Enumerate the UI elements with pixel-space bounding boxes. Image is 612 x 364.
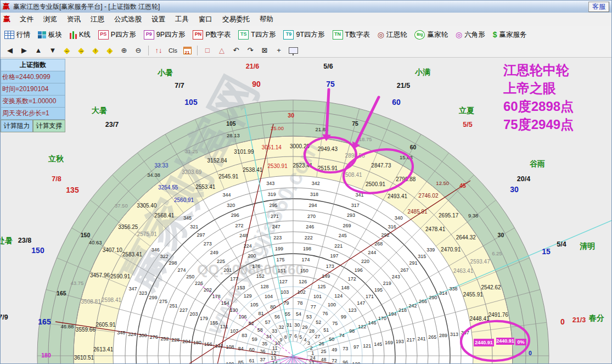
toolbar-button-winner-service[interactable]: $赢家服务 xyxy=(489,29,531,41)
svg-text:268: 268 xyxy=(374,241,383,247)
tool-draw-rect[interactable]: □ xyxy=(201,44,214,56)
tool-delete-box[interactable]: ⊠ xyxy=(258,44,271,56)
toolbar-button-t-table[interactable]: TNT数字表 xyxy=(329,29,374,41)
svg-text:200: 200 xyxy=(248,253,256,259)
svg-text:3254.55: 3254.55 xyxy=(158,184,178,191)
toolbar-button-p-square[interactable]: PSP四方形 xyxy=(94,29,140,41)
svg-text:276: 276 xyxy=(150,334,158,340)
svg-text:123: 123 xyxy=(348,307,356,313)
tool-pan-left[interactable]: ◆← xyxy=(60,44,74,56)
menu-item-0[interactable]: 文件 xyxy=(15,13,38,26)
menu-item-9[interactable]: 帮助 xyxy=(255,13,278,26)
svg-text:291: 291 xyxy=(409,260,417,266)
svg-text:28.13: 28.13 xyxy=(227,132,240,138)
menu-item-7[interactable]: 窗口 xyxy=(194,13,217,26)
svg-text:3203.69: 3203.69 xyxy=(182,169,202,175)
svg-text:2530.91: 2530.91 xyxy=(268,163,288,169)
tool-pan-up[interactable]: ◆↑ xyxy=(89,44,102,56)
svg-text:49: 49 xyxy=(332,347,337,352)
svg-text:5: 5 xyxy=(299,334,302,340)
gann-wheel-chart-area[interactable]: 赢家财富网www.yingjia360.comQQ:10086003601234… xyxy=(1,58,612,364)
panel-row-0: 价格=2440.9099 xyxy=(1,71,65,83)
panel-button-resistance[interactable]: 计算阻力 xyxy=(1,120,33,132)
svg-text:立秋: 立秋 xyxy=(48,154,64,163)
gann-wheel-icon: ◎ xyxy=(378,31,384,38)
tool-center-cross[interactable]: + xyxy=(272,44,285,56)
svg-text:251: 251 xyxy=(169,303,177,309)
toolbar-button-hexagon[interactable]: ◎六角形 xyxy=(452,29,489,41)
hexagon-label: 六角形 xyxy=(464,30,485,40)
quotes-label: 行情 xyxy=(16,30,30,40)
menu-item-6[interactable]: 工具 xyxy=(170,13,194,26)
toolbar-button-sectors[interactable]: 板块 xyxy=(34,29,66,41)
toolbar-button-t-square[interactable]: TST四方形 xyxy=(234,29,279,41)
toolbar-button-quotes[interactable]: 行情 xyxy=(1,29,34,41)
svg-text:344: 344 xyxy=(223,192,231,198)
tool-up[interactable]: ▲ xyxy=(32,44,45,56)
svg-text:296: 296 xyxy=(231,212,239,218)
svg-text:269: 269 xyxy=(343,223,351,228)
svg-text:75: 75 xyxy=(352,120,358,127)
tool-rotate-ccw[interactable]: ↶ xyxy=(229,44,243,56)
svg-text:春分: 春分 xyxy=(588,313,604,322)
toolbar-button-kline[interactable]: K线 xyxy=(66,29,94,41)
tool-prev[interactable]: ◀ xyxy=(3,44,16,56)
menu-item-3[interactable]: 江恩 xyxy=(86,13,109,26)
svg-text:299: 299 xyxy=(149,295,157,300)
9t-square-label: 9T四方形 xyxy=(296,30,324,40)
svg-text:3559.66: 3559.66 xyxy=(76,327,96,333)
svg-text:169: 169 xyxy=(385,340,393,345)
customer-service-button[interactable]: 客服 xyxy=(588,2,609,12)
svg-text:37: 37 xyxy=(260,357,265,362)
tool-rotate-cw[interactable]: ↷ xyxy=(244,44,257,56)
menu-item-8[interactable]: 交易委托 xyxy=(217,13,255,26)
toolbar-button-p-table[interactable]: PNP数字表 xyxy=(189,29,234,41)
svg-text:73: 73 xyxy=(343,346,348,351)
menu-item-5[interactable]: 设置 xyxy=(147,13,170,26)
tool-calendar[interactable]: 21 xyxy=(181,44,194,56)
svg-text:4: 4 xyxy=(304,337,306,343)
tool-draw-triangle[interactable]: △ xyxy=(215,44,228,56)
svg-text:34.38: 34.38 xyxy=(147,172,160,178)
panel-row-1: 时间=20190104 xyxy=(1,83,65,96)
svg-text:23: 23 xyxy=(308,360,314,364)
toolbar-button-9t-square[interactable]: T99T四方形 xyxy=(279,29,328,41)
9p-square-icon: P9 xyxy=(144,30,154,40)
svg-text:78: 78 xyxy=(297,300,303,306)
title-bar: 赢 赢家江恩专业版[赢家服务平台] - [上证指数 江恩轮] xyxy=(1,1,612,13)
panel-button-support[interactable]: 计算支撑 xyxy=(33,120,65,132)
toolbar-button-gann-wheel[interactable]: ◎江恩轮 xyxy=(374,29,411,41)
tool-pan-down[interactable]: ◆↓ xyxy=(103,44,116,56)
menu-item-1[interactable]: 浏览 xyxy=(38,13,62,26)
menu-item-4[interactable]: 公式选股 xyxy=(109,13,147,26)
svg-text:271: 271 xyxy=(271,214,279,219)
tool-down[interactable]: ▼ xyxy=(46,44,59,56)
tool-zoom-out[interactable]: ⊖ xyxy=(132,44,145,56)
tool-pan-right[interactable]: ◆→ xyxy=(75,44,88,56)
svg-text:178: 178 xyxy=(212,294,221,299)
menu-item-2[interactable]: 资讯 xyxy=(62,13,86,26)
svg-text:29: 29 xyxy=(302,324,307,330)
svg-text:101: 101 xyxy=(313,294,322,299)
toolbar-button-9p-square[interactable]: P99P四方形 xyxy=(140,29,189,41)
svg-text:247: 247 xyxy=(272,224,280,229)
svg-text:322: 322 xyxy=(160,254,169,259)
svg-text:174: 174 xyxy=(301,257,310,262)
svg-text:175: 175 xyxy=(277,257,285,262)
tool-zoom-in[interactable]: ⊕ xyxy=(117,44,131,56)
tool-presentation[interactable] xyxy=(287,44,300,56)
svg-text:249: 249 xyxy=(210,250,218,255)
svg-text:244: 244 xyxy=(368,250,376,255)
menu-logo-icon: 赢 xyxy=(3,14,10,24)
svg-text:76: 76 xyxy=(322,311,328,316)
svg-text:0: 0 xyxy=(529,350,532,356)
tool-updown-arrows[interactable]: ↑↓ xyxy=(152,44,165,56)
tool-cls[interactable]: Cls xyxy=(166,44,179,56)
svg-text:61: 61 xyxy=(249,358,255,363)
svg-text:297: 297 xyxy=(196,232,205,238)
svg-text:75: 75 xyxy=(326,80,335,88)
svg-text:313: 313 xyxy=(450,332,458,337)
tool-next[interactable]: ▶ xyxy=(18,44,31,56)
svg-text:30: 30 xyxy=(498,232,504,238)
toolbar-button-winner-wheel[interactable]: Big赢家轮 xyxy=(411,29,452,41)
